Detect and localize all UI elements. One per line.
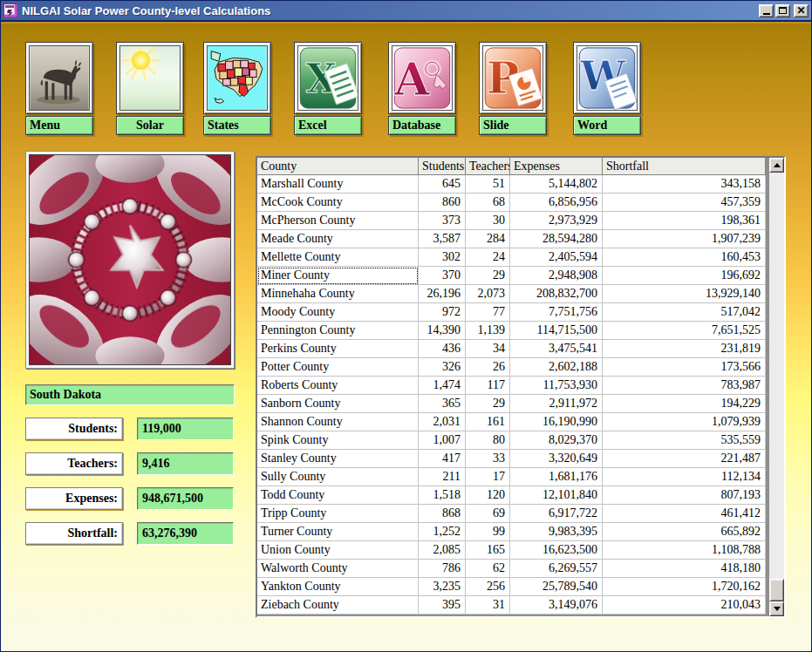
cell-students[interactable]: 860 (419, 194, 466, 212)
cell-teachers[interactable]: 62 (466, 560, 510, 578)
cell-students[interactable]: 14,390 (419, 322, 466, 340)
cell-students[interactable]: 302 (419, 248, 466, 267)
cell-expenses[interactable]: 2,948,908 (510, 267, 603, 285)
table-row[interactable]: Todd County1,51812012,101,840807,193 (257, 486, 766, 505)
table-row[interactable]: Roberts County1,47411711,753,930783,987 (257, 377, 766, 395)
cell-expenses[interactable]: 2,973,929 (510, 212, 603, 230)
cell-expenses[interactable]: 6,917,722 (510, 505, 603, 523)
cell-shortfall[interactable]: 665,892 (603, 523, 766, 541)
column-header-county[interactable]: County (257, 158, 419, 175)
excel-button[interactable]: X Excel (294, 42, 362, 135)
students-value[interactable]: 119,000 (137, 418, 234, 440)
cell-county[interactable]: Pennington County (257, 322, 419, 340)
cell-teachers[interactable]: 34 (466, 340, 510, 358)
cell-shortfall[interactable]: 221,487 (603, 450, 766, 468)
cell-county[interactable]: Roberts County (257, 377, 419, 395)
cell-students[interactable]: 365 (419, 395, 466, 413)
cell-teachers[interactable]: 256 (466, 578, 510, 596)
cell-shortfall[interactable]: 457,359 (603, 194, 766, 212)
cell-expenses[interactable]: 3,475,541 (510, 340, 603, 358)
maximize-button[interactable] (775, 4, 790, 17)
cell-expenses[interactable]: 6,856,956 (510, 194, 603, 212)
cell-students[interactable]: 417 (419, 450, 466, 468)
cell-county[interactable]: Sully County (257, 468, 419, 486)
cell-shortfall[interactable]: 1,907,239 (603, 230, 766, 248)
slide-button[interactable]: P Slide (479, 42, 547, 135)
column-header-expenses[interactable]: Expenses (510, 158, 603, 175)
table-row[interactable]: Ziebach County395313,149,076210,043 (257, 596, 766, 615)
cell-expenses[interactable]: 5,144,802 (510, 175, 603, 194)
close-button[interactable]: ✕ (794, 4, 809, 17)
cell-shortfall[interactable]: 173,566 (603, 358, 766, 377)
cell-county[interactable]: Tripp County (257, 505, 419, 523)
cell-expenses[interactable]: 28,594,280 (510, 230, 603, 248)
cell-shortfall[interactable]: 198,361 (603, 212, 766, 230)
cell-expenses[interactable]: 2,602,188 (510, 358, 603, 377)
cell-county[interactable]: Shannon County (257, 413, 419, 431)
table-row[interactable]: Union County2,08516516,623,5001,108,788 (257, 541, 766, 560)
cell-county[interactable]: Meade County (257, 230, 419, 248)
cell-teachers[interactable]: 29 (466, 267, 510, 285)
menu-button[interactable]: Menu (25, 42, 93, 135)
table-row[interactable]: McPherson County373302,973,929198,361 (257, 212, 766, 230)
title-bar[interactable]: NILGAI Solar Power County-level Calculat… (1, 1, 811, 22)
cell-teachers[interactable]: 77 (466, 303, 510, 322)
cell-shortfall[interactable]: 807,193 (603, 486, 766, 505)
cell-county[interactable]: Walworth County (257, 560, 419, 578)
cell-students[interactable]: 211 (419, 468, 466, 486)
cell-students[interactable]: 436 (419, 340, 466, 358)
column-header-teachers[interactable]: Teachers (466, 158, 510, 175)
cell-students[interactable]: 326 (419, 358, 466, 377)
cell-expenses[interactable]: 1,681,176 (510, 468, 603, 486)
cell-students[interactable]: 972 (419, 303, 466, 322)
cell-county[interactable]: Perkins County (257, 340, 419, 358)
cell-county[interactable]: McPherson County (257, 212, 419, 230)
table-row[interactable]: McCook County860686,856,956457,359 (257, 194, 766, 212)
cell-shortfall[interactable]: 343,158 (603, 175, 766, 194)
cell-shortfall[interactable]: 461,412 (603, 505, 766, 523)
state-name-box[interactable]: South Dakota (25, 384, 235, 405)
cell-shortfall[interactable]: 231,819 (603, 340, 766, 358)
cell-teachers[interactable]: 31 (466, 596, 510, 615)
cell-students[interactable]: 645 (419, 175, 466, 194)
cell-students[interactable]: 1,518 (419, 486, 466, 505)
cell-students[interactable]: 373 (419, 212, 466, 230)
table-row[interactable]: Minnehaha County26,1962,073208,832,70013… (257, 285, 766, 303)
cell-expenses[interactable]: 3,149,076 (510, 596, 603, 615)
cell-students[interactable]: 1,007 (419, 431, 466, 450)
cell-teachers[interactable]: 30 (466, 212, 510, 230)
scroll-up-button[interactable] (769, 158, 784, 173)
cell-students[interactable]: 1,474 (419, 377, 466, 395)
cell-expenses[interactable]: 208,832,700 (510, 285, 603, 303)
cell-students[interactable]: 2,031 (419, 413, 466, 431)
cell-shortfall[interactable]: 1,720,162 (603, 578, 766, 596)
shortfall-value[interactable]: 63,276,390 (137, 522, 234, 545)
cell-teachers[interactable]: 29 (466, 395, 510, 413)
cell-teachers[interactable]: 165 (466, 541, 510, 560)
cell-shortfall[interactable]: 13,929,140 (603, 285, 766, 303)
cell-teachers[interactable]: 120 (466, 486, 510, 505)
cell-shortfall[interactable]: 160,453 (603, 248, 766, 267)
table-row[interactable]: Pennington County14,3901,139114,715,5007… (257, 322, 766, 340)
cell-shortfall[interactable]: 535,559 (603, 431, 766, 450)
cell-county[interactable]: Marshall County (257, 175, 419, 194)
table-row[interactable]: Mellette County302242,405,594160,453 (257, 248, 766, 267)
cell-expenses[interactable]: 2,911,972 (510, 395, 603, 413)
cell-expenses[interactable]: 9,983,395 (510, 523, 603, 541)
cell-teachers[interactable]: 99 (466, 523, 510, 541)
cell-county[interactable]: Yankton County (257, 578, 419, 596)
column-header-shortfall[interactable]: Shortfall (603, 158, 766, 175)
table-row[interactable]: Spink County1,007808,029,370535,559 (257, 431, 766, 450)
table-row[interactable]: Yankton County3,23525625,789,5401,720,16… (257, 578, 766, 596)
cell-county[interactable]: Stanley County (257, 450, 419, 468)
table-row[interactable]: Meade County3,58728428,594,2801,907,239 (257, 230, 766, 248)
cell-teachers[interactable]: 33 (466, 450, 510, 468)
expenses-value[interactable]: 948,671,500 (137, 487, 234, 510)
table-row[interactable]: Shannon County2,03116116,190,9901,079,93… (257, 413, 766, 431)
cell-teachers[interactable]: 161 (466, 413, 510, 431)
cell-students[interactable]: 1,252 (419, 523, 466, 541)
cell-county[interactable]: Miner County (257, 267, 419, 285)
cell-expenses[interactable]: 114,715,500 (510, 322, 603, 340)
solar-button[interactable]: Solar (116, 42, 184, 135)
table-row[interactable]: Marshall County645515,144,802343,158 (257, 175, 766, 194)
